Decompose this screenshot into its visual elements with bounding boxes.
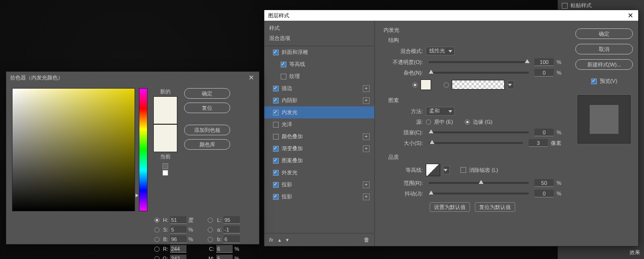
h-radio[interactable] bbox=[154, 218, 160, 223]
noise-slider[interactable] bbox=[429, 72, 529, 74]
size-input[interactable] bbox=[529, 139, 548, 147]
plus-icon[interactable]: + bbox=[363, 97, 370, 104]
quality-heading: 品质 bbox=[388, 154, 561, 161]
l-radio[interactable] bbox=[208, 218, 213, 223]
source-edge-radio[interactable] bbox=[465, 119, 470, 125]
plus-icon[interactable]: + bbox=[363, 133, 370, 140]
checkbox-icon[interactable] bbox=[273, 98, 279, 104]
style-patoverlay[interactable]: 图案叠加 bbox=[264, 155, 374, 167]
style-dropshadow-1[interactable]: 投影+ bbox=[264, 179, 374, 191]
checkbox-icon[interactable] bbox=[273, 146, 279, 152]
lab-b-input[interactable] bbox=[223, 235, 240, 243]
plus-icon[interactable]: + bbox=[363, 145, 370, 152]
reset-button[interactable]: 复位 bbox=[184, 103, 230, 113]
c-input[interactable] bbox=[216, 245, 233, 253]
style-innershadow[interactable]: 内阴影+ bbox=[264, 94, 374, 106]
gradient-swatch[interactable] bbox=[452, 80, 505, 90]
range-input[interactable] bbox=[534, 179, 554, 187]
fx-icon[interactable]: fx bbox=[269, 237, 273, 243]
plus-icon[interactable]: + bbox=[363, 85, 370, 92]
b-input[interactable] bbox=[170, 235, 186, 243]
style-coloroverlay[interactable]: 颜色叠加+ bbox=[264, 130, 374, 142]
style-contour[interactable]: 等高线 bbox=[264, 58, 374, 70]
lab-b-radio[interactable] bbox=[208, 237, 213, 242]
checkbox-icon[interactable] bbox=[273, 134, 279, 140]
picker-titlebar[interactable]: 拾色器（内发光颜色） ✕ bbox=[6, 72, 259, 83]
style-satin[interactable]: 光泽 bbox=[264, 118, 374, 130]
r-radio[interactable] bbox=[154, 246, 160, 252]
checkbox-icon[interactable] bbox=[273, 194, 279, 200]
style-outerglow[interactable]: 外发光 bbox=[264, 167, 374, 179]
h-input[interactable] bbox=[170, 216, 186, 224]
b-radio[interactable] bbox=[154, 237, 160, 242]
contour-swatch[interactable] bbox=[426, 164, 440, 176]
arrow-up-icon[interactable]: ▴ bbox=[278, 237, 281, 243]
hue-strip[interactable] bbox=[139, 88, 148, 211]
color-lib-button[interactable]: 颜色库 bbox=[184, 139, 230, 150]
add-swatch-button[interactable]: 添加到色板 bbox=[184, 125, 230, 135]
checkbox-icon[interactable] bbox=[273, 86, 279, 91]
make-default-button[interactable]: 设置为默认值 bbox=[430, 202, 470, 212]
opacity-slider[interactable] bbox=[429, 61, 529, 63]
preview-checkbox[interactable] bbox=[591, 78, 597, 84]
checkbox-icon[interactable] bbox=[273, 50, 279, 55]
noise-input[interactable] bbox=[534, 69, 554, 77]
m-input[interactable] bbox=[216, 255, 233, 259]
glow-color-swatch[interactable] bbox=[421, 79, 431, 90]
checkbox-icon[interactable] bbox=[273, 182, 279, 188]
styles-heading: 样式 bbox=[269, 25, 370, 32]
ok-button[interactable]: 确定 bbox=[184, 88, 230, 99]
gradient-radio[interactable] bbox=[444, 82, 449, 88]
a-input[interactable] bbox=[223, 226, 240, 233]
range-slider[interactable] bbox=[429, 182, 529, 184]
blendmode-select[interactable]: 线性光 bbox=[426, 47, 455, 55]
jitter-input[interactable] bbox=[534, 190, 554, 197]
plus-icon[interactable]: + bbox=[363, 181, 370, 188]
style-bevel[interactable]: 斜面和浮雕 bbox=[264, 46, 374, 58]
style-texture[interactable]: 纹理 bbox=[264, 70, 374, 82]
source-center-radio[interactable] bbox=[426, 119, 431, 125]
close-icon[interactable]: ✕ bbox=[627, 12, 634, 19]
plus-icon[interactable]: + bbox=[363, 194, 370, 200]
size-label: 大小(S): bbox=[384, 140, 423, 147]
contour-dropdown[interactable] bbox=[443, 166, 450, 174]
style-stroke[interactable]: 描边+ bbox=[264, 82, 374, 94]
size-slider[interactable] bbox=[429, 142, 523, 144]
layer-style-titlebar[interactable]: 图层样式 ✕ bbox=[264, 10, 638, 21]
reset-default-button[interactable]: 复位为默认值 bbox=[475, 202, 515, 212]
checkbox-icon[interactable] bbox=[273, 110, 279, 116]
g-radio[interactable] bbox=[154, 256, 160, 259]
opacity-input[interactable] bbox=[534, 58, 554, 66]
checkbox-icon[interactable] bbox=[281, 74, 286, 79]
s-radio[interactable] bbox=[154, 227, 160, 233]
method-select[interactable]: 柔和 bbox=[426, 107, 455, 116]
sv-field[interactable] bbox=[12, 88, 135, 211]
new-style-button[interactable]: 新建样式(W)... bbox=[575, 59, 633, 70]
a-radio[interactable] bbox=[208, 227, 213, 233]
checkbox-icon[interactable] bbox=[273, 170, 279, 176]
gradient-dropdown[interactable] bbox=[508, 80, 514, 89]
style-gradoverlay[interactable]: 渐变叠加+ bbox=[264, 142, 374, 155]
ok-button[interactable]: 确定 bbox=[575, 28, 633, 39]
g-input[interactable] bbox=[170, 255, 186, 259]
jitter-slider[interactable] bbox=[429, 193, 529, 194]
s-input[interactable] bbox=[170, 226, 186, 233]
style-dropshadow-2[interactable]: 投影+ bbox=[264, 191, 374, 203]
cancel-button[interactable]: 取消 bbox=[575, 44, 633, 54]
websafe-icon[interactable] bbox=[162, 170, 168, 176]
color-radio[interactable] bbox=[412, 82, 418, 88]
choke-input[interactable] bbox=[534, 129, 554, 136]
checkbox-icon[interactable] bbox=[273, 122, 279, 128]
arrow-down-icon[interactable]: ▾ bbox=[286, 237, 289, 243]
close-icon[interactable]: ✕ bbox=[248, 74, 255, 81]
style-innerglow[interactable]: 内发光 bbox=[264, 106, 374, 118]
r-input[interactable] bbox=[170, 245, 186, 253]
choke-slider[interactable] bbox=[429, 131, 529, 133]
checkbox-icon[interactable] bbox=[273, 158, 279, 164]
trash-icon[interactable]: 🗑 bbox=[364, 236, 370, 243]
checkbox-icon[interactable] bbox=[281, 62, 286, 67]
l-input[interactable] bbox=[223, 216, 240, 224]
antialias-checkbox[interactable] bbox=[460, 167, 466, 173]
cube-icon[interactable] bbox=[162, 163, 168, 169]
blend-options-row[interactable]: 混合选项 bbox=[269, 35, 370, 42]
